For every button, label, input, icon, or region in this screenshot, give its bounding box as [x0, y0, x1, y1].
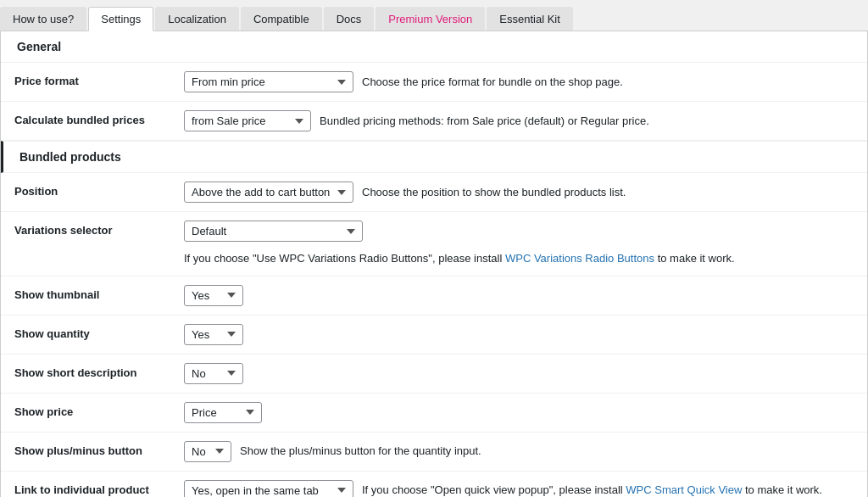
- show-short-description-row: Show short description No Yes: [1, 354, 867, 393]
- link-individual-label: Link to individual product: [1, 471, 170, 497]
- variations-selector-label: Variations selector: [1, 212, 170, 276]
- show-plus-minus-value-cell: No Yes Show the plus/minus button for th…: [170, 432, 867, 471]
- show-thumbnail-value-cell: Yes No: [170, 276, 867, 315]
- link-individual-desc: If you choose "Open quick view popup", p…: [362, 482, 822, 497]
- variations-selector-desc: If you choose "Use WPC Variations Radio …: [184, 250, 735, 267]
- price-format-row: Price format From min price From max pri…: [1, 63, 867, 102]
- show-short-description-value-cell: No Yes: [170, 354, 867, 393]
- show-plus-minus-row: Show plus/minus button No Yes Show the p…: [1, 432, 867, 471]
- calculate-bundled-prices-value-cell: from Sale price from Regular price Bundl…: [170, 102, 867, 141]
- show-plus-minus-label: Show plus/minus button: [1, 432, 170, 471]
- show-plus-minus-select[interactable]: No Yes: [184, 441, 231, 462]
- bundled-section-header: Bundled products: [1, 141, 867, 173]
- link-individual-value-cell: Yes, open in the same tab Yes, open in n…: [170, 471, 867, 497]
- general-section-header: General: [1, 31, 867, 63]
- link-individual-select[interactable]: Yes, open in the same tab Yes, open in n…: [184, 480, 353, 498]
- show-price-value-cell: Price No price Sale price: [170, 393, 867, 432]
- content-area: General Price format From min price From…: [0, 31, 868, 497]
- tab-settings[interactable]: Settings: [88, 7, 153, 31]
- show-thumbnail-row: Show thumbnail Yes No: [1, 276, 867, 315]
- position-value-cell: Above the add to cart button Below the a…: [170, 173, 867, 212]
- general-settings-table: Price format From min price From max pri…: [1, 63, 867, 141]
- price-format-label: Price format: [1, 63, 170, 102]
- bundled-settings-table: Position Above the add to cart button Be…: [1, 173, 867, 497]
- show-plus-minus-desc: Show the plus/minus button for the quant…: [240, 443, 481, 460]
- wpc-smart-quick-view-link[interactable]: WPC Smart Quick View: [626, 483, 742, 496]
- tab-compatible[interactable]: Compatible: [241, 7, 322, 31]
- price-format-value-cell: From min price From max price Range Choo…: [170, 63, 867, 102]
- price-format-select[interactable]: From min price From max price Range: [184, 71, 353, 92]
- show-short-description-select[interactable]: No Yes: [184, 363, 243, 384]
- show-thumbnail-select[interactable]: Yes No: [184, 285, 243, 306]
- show-price-select[interactable]: Price No price Sale price: [184, 402, 262, 423]
- variations-selector-select[interactable]: Default WPC Variations Radio Buttons: [184, 221, 363, 242]
- price-format-desc: Choose the price format for bundle on th…: [362, 74, 623, 91]
- tab-how-to-use[interactable]: How to use?: [0, 7, 86, 31]
- position-select[interactable]: Above the add to cart button Below the a…: [184, 181, 353, 203]
- position-label: Position: [1, 173, 170, 212]
- show-thumbnail-label: Show thumbnail: [1, 276, 170, 315]
- page-wrapper: How to use? Settings Localization Compat…: [0, 0, 868, 497]
- show-price-label: Show price: [1, 393, 170, 432]
- show-quantity-label: Show quantity: [1, 315, 170, 354]
- calculate-bundled-prices-desc: Bundled pricing methods: from Sale price…: [320, 113, 649, 130]
- wpc-variations-radio-buttons-link[interactable]: WPC Variations Radio Buttons: [505, 252, 654, 265]
- position-desc: Choose the position to show the bundled …: [362, 184, 626, 201]
- show-short-description-label: Show short description: [1, 354, 170, 393]
- link-individual-row: Link to individual product Yes, open in …: [1, 471, 867, 497]
- show-quantity-select[interactable]: Yes No: [184, 324, 243, 345]
- position-row: Position Above the add to cart button Be…: [1, 173, 867, 212]
- tab-docs[interactable]: Docs: [324, 7, 375, 31]
- show-quantity-row: Show quantity Yes No: [1, 315, 867, 354]
- variations-selector-row: Variations selector Default WPC Variatio…: [1, 212, 867, 276]
- show-quantity-value-cell: Yes No: [170, 315, 867, 354]
- calculate-bundled-prices-select[interactable]: from Sale price from Regular price: [184, 110, 311, 131]
- tabs-bar: How to use? Settings Localization Compat…: [0, 0, 868, 31]
- calculate-bundled-prices-row: Calculate bundled prices from Sale price…: [1, 102, 867, 141]
- calculate-bundled-prices-label: Calculate bundled prices: [1, 102, 170, 141]
- show-price-row: Show price Price No price Sale price: [1, 393, 867, 432]
- tab-premium-version[interactable]: Premium Version: [376, 7, 485, 31]
- tab-essential-kit[interactable]: Essential Kit: [487, 7, 573, 31]
- variations-selector-value-cell: Default WPC Variations Radio Buttons If …: [170, 212, 867, 276]
- tab-localization[interactable]: Localization: [155, 7, 239, 31]
